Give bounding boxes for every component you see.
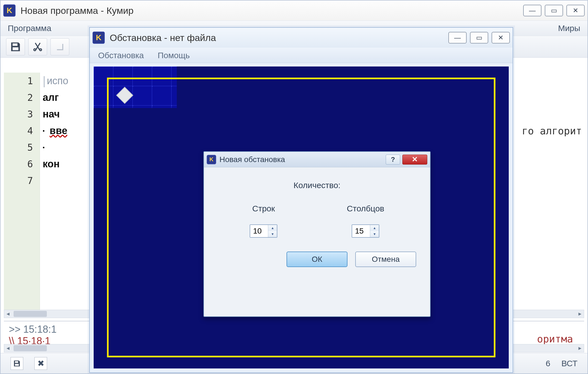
line-number: 7 — [4, 172, 40, 189]
scroll-thumb[interactable] — [14, 311, 47, 317]
rows-input[interactable] — [250, 225, 268, 237]
line-number: 5 — [4, 139, 40, 156]
minimize-button[interactable]: — — [523, 5, 541, 16]
maximize-button[interactable]: ▭ — [470, 32, 488, 43]
scroll-thumb[interactable] — [14, 345, 47, 351]
line-gutter: 1 2 3 4 5 6 7 — [4, 73, 40, 318]
scissors-icon — [32, 41, 44, 53]
save-button[interactable] — [6, 38, 25, 55]
robot-title: Обстановка - нет файла — [110, 32, 216, 43]
main-titlebar[interactable]: K Новая программа - Кумир — ▭ ✕ — [1, 1, 587, 21]
menu-worlds[interactable]: Миры — [558, 24, 580, 33]
save-icon — [10, 41, 21, 53]
dialog-close-button[interactable]: ✕ — [402, 155, 427, 165]
code-token: испо — [47, 73, 68, 89]
cut-button[interactable] — [28, 38, 47, 55]
corner-icon — [54, 41, 66, 53]
line-number: 6 — [4, 156, 40, 172]
dialog-titlebar[interactable]: K Новая обстановка ? ✕ — [204, 152, 430, 167]
scroll-left-icon[interactable]: ◄ — [4, 311, 12, 317]
dialog-help-button[interactable]: ? — [386, 155, 400, 165]
dialog-heading: Количество: — [215, 181, 419, 190]
menu-help[interactable]: Помощь — [158, 51, 190, 60]
line-number: 3 — [4, 106, 40, 122]
toolbar-button-3[interactable] — [50, 38, 69, 55]
main-title: Новая программа - Кумир — [21, 5, 134, 16]
status-save-icon[interactable] — [11, 357, 23, 370]
dialog-title: Новая обстановка — [219, 155, 285, 164]
menu-program[interactable]: Программа — [8, 24, 51, 33]
code-token: нач — [43, 106, 60, 122]
code-token: алг — [43, 89, 59, 106]
ok-button[interactable]: ОК — [287, 252, 347, 267]
cols-label: Столбцов — [347, 204, 384, 213]
status-number: 6 — [546, 359, 550, 368]
rows-spinner[interactable]: ▲ ▼ — [250, 224, 277, 238]
line-number: 2 — [4, 89, 40, 106]
app-icon: K — [93, 32, 105, 44]
cols-spinner[interactable]: ▲ ▼ — [352, 224, 379, 238]
cols-input[interactable] — [352, 225, 370, 237]
close-button[interactable]: ✕ — [492, 32, 510, 43]
scroll-right-icon[interactable]: ► — [576, 311, 584, 317]
rows-up-icon[interactable]: ▲ — [268, 225, 277, 231]
status-insert-mode: ВСТ — [561, 359, 577, 368]
code-token: вве — [50, 122, 67, 139]
rows-label: Строк — [250, 204, 277, 213]
code-token: кон — [43, 156, 60, 172]
cols-down-icon[interactable]: ▼ — [370, 231, 379, 237]
line-number: 4 — [4, 122, 40, 139]
scroll-right-icon[interactable]: ► — [576, 345, 584, 351]
cancel-button[interactable]: Отмена — [355, 252, 416, 267]
overflow-text: го алгорит — [522, 125, 582, 137]
app-icon: K — [207, 155, 216, 164]
close-button[interactable]: ✕ — [566, 5, 585, 16]
rows-down-icon[interactable]: ▼ — [268, 231, 277, 237]
minimize-button[interactable]: — — [448, 32, 467, 43]
app-icon: K — [3, 4, 16, 17]
console-overflow: оритма — [537, 333, 573, 345]
status-cancel-icon[interactable]: ✖ — [34, 357, 47, 370]
menu-environment[interactable]: Обстановка — [98, 51, 144, 60]
maximize-button[interactable]: ▭ — [545, 5, 563, 16]
robot-titlebar[interactable]: K Обстановка - нет файла — ▭ ✕ — [90, 28, 513, 48]
scroll-left-icon[interactable]: ◄ — [4, 345, 12, 351]
line-number: 1 — [4, 73, 40, 89]
robot-menubar: Обстановка Помощь — [90, 48, 513, 63]
new-environment-dialog: K Новая обстановка ? ✕ Количество: Строк… — [203, 151, 431, 317]
cols-up-icon[interactable]: ▲ — [370, 225, 379, 231]
